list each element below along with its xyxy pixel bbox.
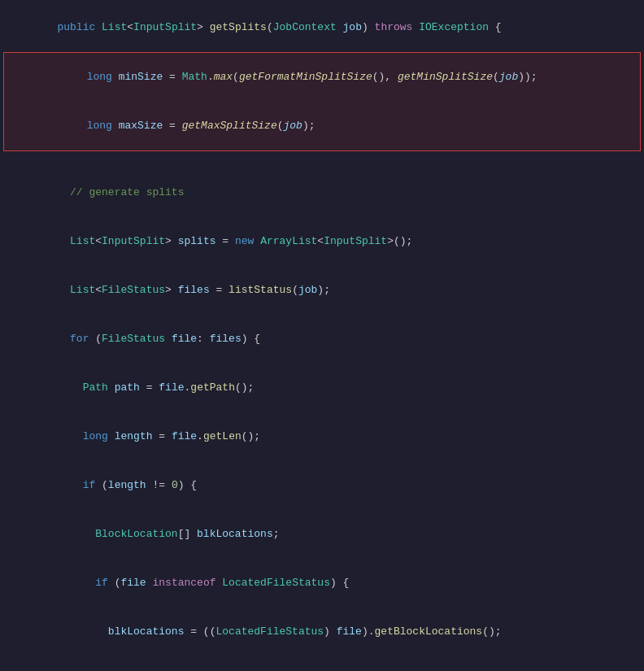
code-line: BlockLocation[] blkLocations; (0, 510, 644, 559)
code-line: for (FileStatus file: files) { (0, 315, 644, 364)
code-line: long minSize = Math.max(getFormatMinSpli… (4, 53, 640, 102)
code-line: if (file instanceof LocatedFileStatus) { (0, 559, 644, 608)
code-line: if (length != 0) { (0, 461, 644, 510)
code-wrapper: public List<InputSplit> getSplits(JobCon… (0, 0, 644, 671)
code-line: Path path = file.getPath(); (0, 364, 644, 412)
code-line: long length = file.getLen(); (0, 412, 644, 461)
code-line: } else { (0, 656, 644, 671)
code-line: List<InputSplit> splits = new ArrayList<… (0, 217, 644, 266)
code-line: public List<InputSplit> getSplits(JobCon… (0, 3, 644, 52)
code-line (0, 152, 644, 168)
code-line: // generate splits (0, 168, 644, 217)
code-line: blkLocations = ((LocatedFileStatus) file… (0, 608, 644, 656)
code-line: List<FileStatus> files = listStatus(job)… (0, 266, 644, 315)
code-line: long maxSize = getMaxSplitSize(job); (4, 102, 640, 150)
code-container: public List<InputSplit> getSplits(JobCon… (0, 0, 644, 671)
red-highlight-box: long minSize = Math.max(getFormatMinSpli… (3, 52, 641, 151)
